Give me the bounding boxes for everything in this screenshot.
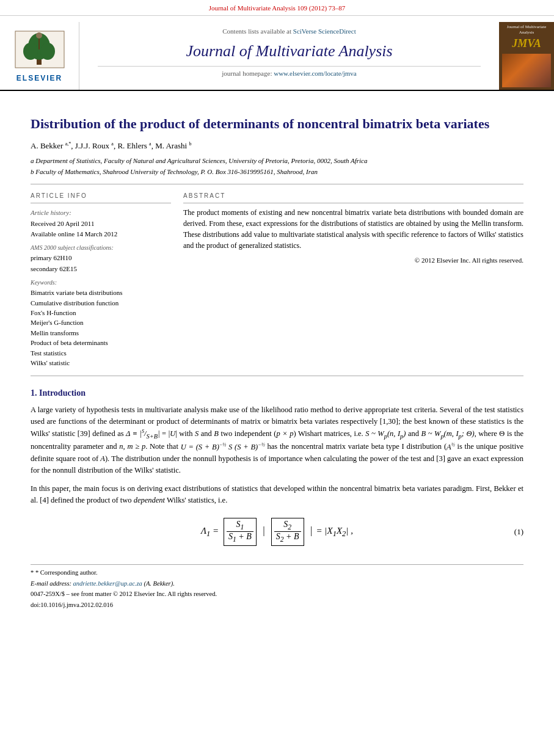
email-address: andriette.bekker@up.ac.za <box>73 580 142 587</box>
main-divider <box>31 184 523 184</box>
keyword-7: Test statistics <box>31 349 171 358</box>
corresponding-author-note: * * Corresponding author. <box>31 569 523 578</box>
keyword-6: Product of beta determinants <box>31 338 171 347</box>
journal-title: Journal of Multivariate Analysis <box>86 40 493 62</box>
ams-secondary: secondary 62E15 <box>31 264 171 274</box>
abstract-text: The product moments of existing and new … <box>183 207 523 251</box>
contents-available-text: Contents lists available at <box>222 27 293 35</box>
elsevier-logo: ELSEVIER <box>0 22 79 90</box>
main-content: Distribution of the product of determina… <box>0 91 554 623</box>
formula-1-content: Λ1 = S1 S1 + B | S2 S2 + B | = |X1X2| , <box>201 518 353 547</box>
keyword-8: Wilks' statistic <box>31 358 171 368</box>
journal-header: ELSEVIER Contents lists available at Sci… <box>0 16 554 91</box>
header-divider <box>98 66 481 67</box>
sciverse-line: Contents lists available at SciVerse Sci… <box>86 27 493 36</box>
keywords-list: Bimatrix variate beta distributions Cumu… <box>31 288 171 368</box>
svg-point-4 <box>40 43 55 60</box>
journal-header-center: Contents lists available at SciVerse Sci… <box>79 22 499 90</box>
homepage-prefix: journal homepage: <box>222 70 274 77</box>
email-name: (A. Bekker). <box>144 580 174 587</box>
keyword-3: Fox's H-function <box>31 308 171 318</box>
intro-paragraph-2: In this paper, the main focus is on deri… <box>31 483 523 507</box>
article-info-column: ARTICLE INFO Article history: Received 2… <box>31 192 171 368</box>
authors-text: A. Bekker a,*, J.J.J. Roux a, R. Ehlers … <box>31 141 191 150</box>
intro-paragraph-1: A large variety of hypothesis tests in m… <box>31 404 523 477</box>
keywords-label: Keywords: <box>31 278 171 287</box>
keyword-2: Cumulative distribution function <box>31 299 171 308</box>
corresponding-star: * <box>31 569 35 576</box>
section-title: Introduction <box>39 388 86 398</box>
keyword-1: Bimatrix variate beta distributions <box>31 288 171 297</box>
section-divider <box>31 376 523 376</box>
thumb-journal-abbr: JMVA <box>512 36 541 51</box>
article-title: Distribution of the product of determina… <box>31 115 523 133</box>
svg-point-5 <box>36 32 42 38</box>
elsevier-brand-text: ELSEVIER <box>16 73 62 84</box>
available-date: Available online 14 March 2012 <box>31 230 171 239</box>
homepage-link[interactable]: www.elsevier.com/locate/jmva <box>274 70 357 77</box>
affiliation-b: b Faculty of Mathematics, Shahrood Unive… <box>31 167 523 176</box>
svg-point-3 <box>23 43 38 60</box>
article-history-label: Article history: <box>31 208 171 217</box>
article-info-abstract: ARTICLE INFO Article history: Received 2… <box>31 192 523 368</box>
article-info-header: ARTICLE INFO <box>31 192 171 203</box>
with-word: with <box>179 429 192 438</box>
abstract-column: ABSTRACT The product moments of existing… <box>183 192 523 368</box>
corresponding-label: * Corresponding author. <box>35 569 98 576</box>
ams-label: AMS 2000 subject classifications: <box>31 244 171 252</box>
copyright-text: © 2012 Elsevier Inc. All rights reserved… <box>183 256 523 265</box>
affiliation-a: a Department of Statistics, Faculty of N… <box>31 156 523 165</box>
email-note: E-mail address: andriette.bekker@up.ac.z… <box>31 580 523 589</box>
sciverse-link[interactable]: SciVerse ScienceDirect <box>293 27 356 35</box>
homepage-line: journal homepage: www.elsevier.com/locat… <box>86 69 493 78</box>
keyword-5: Mellin transforms <box>31 329 171 338</box>
thumb-cover-image <box>502 54 551 87</box>
formula-1-number: (1) <box>514 526 523 537</box>
doi-line: doi:10.1016/j.jmva.2012.02.016 <box>31 601 523 610</box>
keyword-4: Meijer's G-function <box>31 318 171 327</box>
introduction-header: 1. Introduction <box>31 387 523 399</box>
formula-1-block: Λ1 = S1 S1 + B | S2 S2 + B | = |X1X2| , … <box>31 518 523 547</box>
journal-reference-bar: Journal of Multivariate Analysis 109 (20… <box>0 0 554 16</box>
journal-thumbnail: Journal of Multivariate Analysis JMVA <box>499 22 554 90</box>
email-label-text: E-mail address: <box>31 580 71 587</box>
elsevier-tree-logo <box>12 28 67 71</box>
formula-lambda-symbol: Λ1 = S1 S1 + B | S2 S2 + B | = |X1X2| , <box>201 526 353 536</box>
abstract-header: ABSTRACT <box>183 192 523 203</box>
footnote-section: * * Corresponding author. E-mail address… <box>31 564 523 610</box>
thumb-journal-title: Journal of Multivariate Analysis <box>501 24 552 35</box>
journal-reference-text: Journal of Multivariate Analysis 109 (20… <box>209 4 346 12</box>
section-number: 1. <box>31 388 37 398</box>
received-date: Received 20 April 2011 <box>31 219 171 228</box>
ams-primary: primary 62H10 <box>31 253 171 263</box>
authors-line: A. Bekker a,*, J.J.J. Roux a, R. Ehlers … <box>31 140 523 152</box>
issn-line: 0047-259X/$ – see front matter © 2012 El… <box>31 590 523 599</box>
